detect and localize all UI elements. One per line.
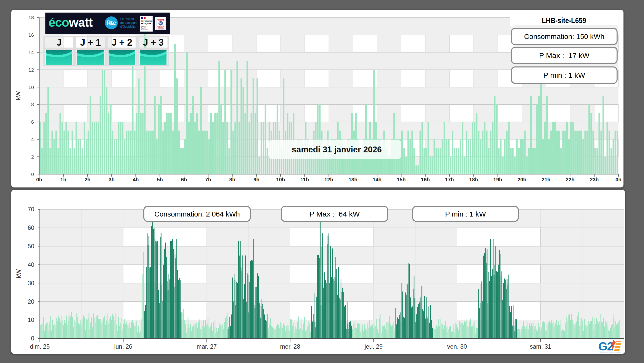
svg-text:12h: 12h (324, 177, 333, 182)
svg-text:Fraternité: Fraternité (141, 29, 148, 31)
svg-text:11h: 11h (300, 177, 309, 182)
svg-text:12: 12 (28, 67, 34, 73)
svg-text:16: 16 (28, 32, 34, 38)
svg-text:20h: 20h (518, 177, 526, 182)
svg-text:4h: 4h (133, 177, 139, 182)
svg-text:jeu. 29: jeu. 29 (364, 343, 383, 350)
svg-text:18h: 18h (469, 177, 478, 182)
svg-text:RÉPUBLIQUE: RÉPUBLIQUE (141, 20, 153, 22)
svg-text:0h: 0h (36, 177, 42, 182)
svg-text:ven. 30: ven. 30 (447, 343, 467, 350)
svg-text:8: 8 (31, 102, 34, 107)
svg-text:FRANÇAISE: FRANÇAISE (141, 23, 151, 25)
svg-text:Consommation: 2 064 kWh: Consommation: 2 064 kWh (154, 210, 240, 218)
svg-text:d'électricité: d'électricité (120, 25, 136, 28)
svg-text:6: 6 (31, 119, 34, 125)
svg-text:ÉCOLOGIQUE: ÉCOLOGIQUE (158, 28, 164, 29)
svg-text:2h: 2h (84, 177, 90, 182)
svg-text:mer. 28: mer. 28 (280, 343, 300, 350)
svg-text:10h: 10h (276, 177, 285, 182)
svg-text:30: 30 (28, 280, 34, 287)
svg-text:14: 14 (28, 50, 34, 55)
svg-text:LHB-site-L659: LHB-site-L659 (542, 16, 586, 25)
svg-text:23h: 23h (590, 177, 599, 182)
svg-text:J + 3: J + 3 (143, 37, 164, 48)
svg-text:J: J (56, 37, 62, 48)
svg-text:13h: 13h (349, 177, 357, 182)
svg-text:0: 0 (31, 335, 34, 342)
svg-text:P min : 1 kW: P min : 1 kW (445, 210, 486, 218)
svg-text:écowatt: écowatt (48, 16, 93, 29)
svg-text:60: 60 (28, 224, 34, 231)
svg-text:Consommation: 150 kWh: Consommation: 150 kWh (524, 33, 605, 41)
svg-text:de transport: de transport (120, 21, 137, 25)
svg-text:22h: 22h (566, 177, 574, 182)
svg-text:10: 10 (28, 85, 34, 90)
svg-text:2: 2 (31, 154, 34, 160)
svg-text:Optimisation des ressources én: Optimisation des ressources énergétiques (600, 351, 621, 353)
svg-text:ADEME: ADEME (157, 19, 165, 21)
svg-text:Rte: Rte (106, 19, 116, 26)
svg-text:18: 18 (28, 15, 34, 20)
svg-text:0h: 0h (616, 177, 621, 182)
svg-text:FRANCE: FRANCE (616, 340, 623, 343)
svg-text:3h: 3h (109, 177, 115, 182)
svg-text:9h: 9h (253, 177, 259, 182)
svg-text:samedi 31 janvier 2026: samedi 31 janvier 2026 (292, 145, 382, 154)
svg-text:lun. 26: lun. 26 (114, 343, 132, 350)
svg-text:4: 4 (31, 137, 34, 142)
svg-text:14h: 14h (373, 177, 381, 182)
svg-text:6h: 6h (181, 177, 187, 182)
svg-text:70: 70 (28, 206, 34, 213)
svg-text:kW: kW (15, 91, 22, 100)
svg-text:P Max : 17 kW: P Max : 17 kW (539, 52, 590, 60)
svg-text:16h: 16h (421, 177, 430, 182)
svg-text:P Max : 64 kW: P Max : 64 kW (310, 210, 360, 218)
svg-text:15h: 15h (397, 177, 405, 182)
svg-text:sam. 31: sam. 31 (530, 343, 551, 350)
svg-text:1h: 1h (60, 177, 66, 182)
svg-text:5h: 5h (157, 177, 163, 182)
svg-text:Le réseau: Le réseau (120, 17, 134, 21)
svg-text:0: 0 (31, 172, 34, 177)
svg-text:J + 2: J + 2 (112, 37, 132, 48)
svg-text:19h: 19h (493, 177, 502, 182)
svg-text:dim. 25: dim. 25 (30, 343, 50, 350)
svg-text:20: 20 (28, 298, 34, 305)
svg-text:21h: 21h (542, 177, 550, 182)
svg-text:10: 10 (28, 317, 34, 323)
svg-text:40: 40 (28, 261, 34, 268)
svg-text:Égalité: Égalité (141, 27, 146, 29)
svg-text:17h: 17h (445, 177, 454, 182)
svg-text:50: 50 (28, 243, 34, 250)
svg-text:Liberté: Liberté (141, 25, 146, 27)
svg-text:mar. 27: mar. 27 (197, 343, 217, 350)
svg-text:kW: kW (15, 269, 22, 278)
svg-text:J + 1: J + 1 (80, 37, 101, 48)
svg-text:P min : 1 kW: P min : 1 kW (543, 71, 586, 79)
svg-text:7h: 7h (205, 177, 211, 182)
svg-text:8h: 8h (229, 177, 235, 182)
